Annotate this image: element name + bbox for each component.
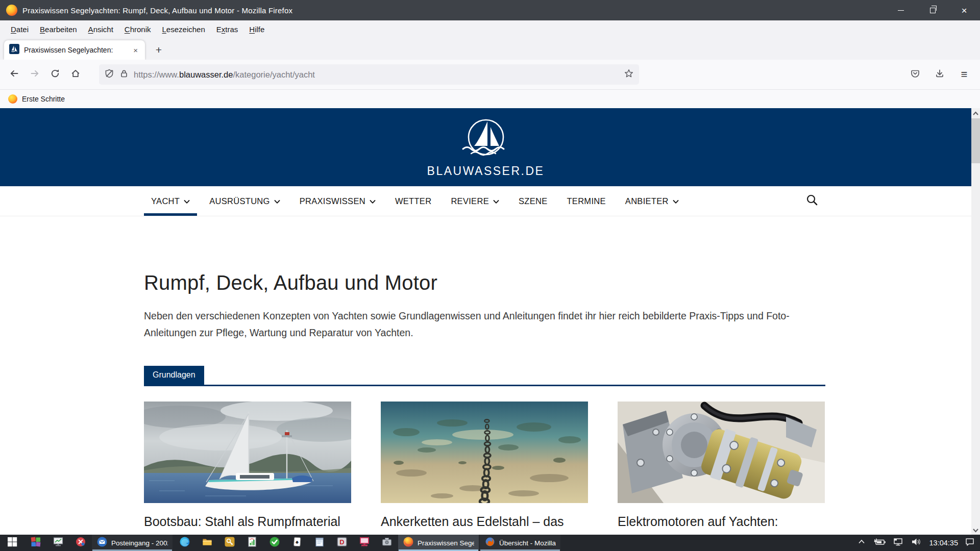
section-badge[interactable]: Grundlagen — [144, 366, 204, 385]
restore-button[interactable] — [917, 0, 948, 20]
taskbar-icon-colorful-grid-app[interactable] — [24, 535, 47, 551]
page-title: Rumpf, Deck, Aufbau und Motor — [144, 271, 971, 294]
volume-icon[interactable] — [911, 537, 923, 548]
taskbar-icon-camera[interactable] — [376, 535, 398, 551]
clock[interactable]: 13:04:35 — [929, 539, 958, 547]
nav-item-wetter[interactable]: WETTER — [388, 186, 438, 216]
firefox-icon — [403, 536, 414, 549]
article-card[interactable]: Elektromotoren auf Yachten:Antriebsleist… — [618, 402, 825, 549]
system-tray: 13:04:35 — [857, 535, 980, 551]
back-button[interactable] — [4, 64, 24, 85]
nav-item-termine[interactable]: TERMINE — [559, 186, 612, 216]
menu-hilfe[interactable]: Hilfe — [243, 23, 270, 36]
minimize-button[interactable] — [885, 0, 917, 20]
menu-chronik[interactable]: Chronik — [119, 23, 157, 36]
tab-close-icon[interactable]: × — [131, 45, 140, 55]
task-label: Praxiswissen Segelyac... — [418, 539, 474, 547]
menu-bearbeiten[interactable]: Bearbeiten — [34, 23, 83, 36]
site-header: BLAUWASSER.DE — [0, 108, 971, 186]
section-header: Grundlagen — [144, 366, 825, 386]
taskbar-icon-edge[interactable] — [174, 535, 196, 551]
nav-item-label: YACHT — [151, 196, 180, 206]
scrollbar-thumb[interactable] — [971, 118, 980, 163]
site-search-button[interactable] — [805, 186, 819, 216]
taskbar-icon-chart-doc[interactable] — [241, 535, 263, 551]
notepad-icon — [314, 536, 325, 549]
firefox-bookmark-icon — [8, 94, 17, 104]
article-card[interactable]: Ankerketten aus Edelstahl – dassollte ma… — [381, 402, 588, 549]
network-icon[interactable] — [893, 537, 904, 548]
taskbar-task-firefox[interactable]: Praxiswissen Segelyac... — [398, 535, 479, 551]
page-scrollbar[interactable] — [971, 108, 980, 535]
scroll-up-arrow-icon[interactable] — [971, 109, 980, 117]
nav-item-reviere[interactable]: REVIERE — [444, 186, 506, 216]
taskbar-icon-explorer[interactable] — [196, 535, 218, 551]
forward-button[interactable] — [24, 64, 45, 85]
bookmark-star-button[interactable] — [624, 68, 634, 81]
site-nav: YACHTAUSRÜSTUNGPRAXISWISSENWETTERREVIERE… — [0, 186, 971, 216]
start-button[interactable] — [0, 535, 24, 551]
article-image-anchor-chain-underwater[interactable] — [381, 402, 588, 503]
action-center-icon[interactable] — [965, 537, 975, 548]
menu-extras[interactable]: Extras — [211, 23, 244, 36]
taskbar-icon-red-monitor[interactable] — [353, 535, 376, 551]
browser-tab[interactable]: Praxiswissen Segelyachten: × — [4, 40, 145, 60]
new-tab-button[interactable]: + — [150, 41, 167, 59]
article-image-sailing-yacht-at-sea[interactable] — [144, 402, 351, 503]
browser-toolbar: https://www.blauwasser.de/kategorie/yach… — [0, 60, 980, 90]
pocket-button[interactable] — [906, 64, 924, 85]
minimize-icon — [898, 10, 904, 11]
article-image-electric-motor-coupling[interactable] — [618, 402, 825, 503]
url-text: https://www.blauwasser.de/kategorie/yach… — [134, 70, 315, 80]
taskbar-icon-keepass[interactable] — [218, 535, 241, 551]
page-viewport: BLAUWASSER.DE YACHTAUSRÜSTUNGPRAXISWISSE… — [0, 108, 971, 551]
taskbar-icon-media-app[interactable] — [69, 535, 92, 551]
home-button[interactable] — [65, 64, 86, 85]
close-button[interactable]: × — [948, 0, 980, 20]
nav-item-szene[interactable]: SZENE — [511, 186, 555, 216]
scroll-down-arrow-icon[interactable] — [971, 525, 980, 534]
taskbar-task-firefox-old[interactable]: Übersicht - Mozilla Fir... — [480, 535, 560, 551]
thunderbird-icon — [96, 536, 108, 549]
site-logo-text[interactable]: BLAUWASSER.DE — [427, 164, 545, 178]
windows-taskbar: Posteingang - 2002An...♠DPraxiswissen Se… — [0, 535, 980, 551]
nav-item-label: ANBIETER — [625, 196, 669, 206]
taskbar-icon-dosbox[interactable]: D — [331, 535, 353, 551]
taskbar-icon-presentation-app[interactable] — [47, 535, 69, 551]
hidden-icons-chevron-icon[interactable] — [857, 537, 866, 548]
nav-item-label: TERMINE — [567, 196, 605, 206]
downloads-button[interactable] — [931, 64, 948, 85]
menu-ansicht[interactable]: Ansicht — [83, 23, 119, 36]
menu-datei[interactable]: Datei — [5, 23, 34, 36]
taskbar-icon-cards[interactable]: ♠ — [286, 535, 308, 551]
nav-item-label: PRAXISWISSEN — [300, 196, 365, 206]
address-bar[interactable]: https://www.blauwasser.de/kategorie/yach… — [99, 64, 639, 85]
chevron-down-icon — [274, 196, 280, 206]
antivirus-icon — [269, 536, 280, 549]
task-label: Posteingang - 2002An... — [111, 539, 168, 547]
nav-item-yacht[interactable]: YACHT — [144, 186, 197, 216]
screen: Praxiswissen Segelyachten: Rumpf, Deck, … — [0, 0, 980, 551]
nav-item-anbieter[interactable]: ANBIETER — [618, 186, 686, 216]
app-menu-button[interactable]: ≡ — [955, 64, 973, 85]
lock-icon[interactable] — [119, 68, 129, 81]
chevron-down-icon — [184, 196, 190, 206]
bookmark-item[interactable]: Erste Schritte — [22, 95, 65, 103]
reload-button[interactable] — [45, 64, 65, 85]
taskbar-task-thunderbird[interactable]: Posteingang - 2002An... — [92, 535, 173, 551]
nav-item-praxiswissen[interactable]: PRAXISWISSEN — [292, 186, 383, 216]
window-titlebar: Praxiswissen Segelyachten: Rumpf, Deck, … — [0, 0, 980, 20]
blauwasser-logo-icon[interactable] — [448, 117, 524, 164]
presentation-app-icon — [53, 536, 64, 549]
cards-icon: ♠ — [291, 536, 303, 549]
tracking-protection-shield-icon[interactable] — [104, 68, 114, 81]
pocket-icon — [910, 68, 920, 81]
url-prefix: https://www. — [134, 70, 179, 79]
taskbar-icon-notepad[interactable] — [308, 535, 331, 551]
menu-lesezeichen[interactable]: Lesezeichen — [157, 23, 211, 36]
article-card[interactable]: Bootsbau: Stahl als Rumpfmaterialfür Seg… — [144, 402, 351, 549]
taskbar-icon-antivirus[interactable] — [263, 535, 286, 551]
url-path: /kategorie/yacht/yacht — [233, 70, 315, 79]
nav-item-ausrüstung[interactable]: AUSRÜSTUNG — [202, 186, 287, 216]
battery-icon[interactable] — [873, 537, 886, 548]
